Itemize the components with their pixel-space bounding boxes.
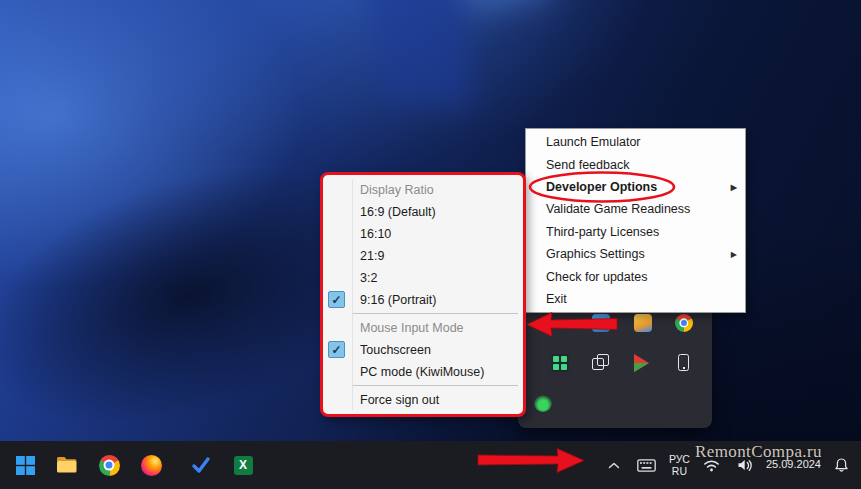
- touch-keyboard-button[interactable]: [633, 455, 660, 476]
- menu-item-21-9[interactable]: ✓ 21:9: [323, 245, 523, 267]
- file-explorer-button[interactable]: [50, 445, 84, 485]
- menu-item-label: Send feedback: [546, 158, 629, 172]
- copy-icon[interactable]: [592, 354, 610, 372]
- menu-item-3-2[interactable]: ✓ 3:2: [323, 267, 523, 289]
- app-icon-yellow[interactable]: [634, 314, 652, 332]
- menu-item-label: Launch Emulator: [546, 135, 641, 149]
- menu-header-label: Mouse Input Mode: [360, 321, 464, 335]
- checkbox-checked-icon: ✓: [328, 341, 345, 358]
- taskbar-app-icons: X: [8, 441, 260, 489]
- verified-check-button[interactable]: [184, 445, 218, 485]
- menu-item-pc-mode-kiwimouse[interactable]: ✓ PC mode (KiwiMouse): [323, 361, 523, 383]
- submenu-arrow-icon: ▶: [731, 250, 737, 259]
- menu-item-16-10[interactable]: ✓ 16:10: [323, 223, 523, 245]
- menu-item-label: 16:9 (Default): [360, 205, 436, 219]
- language-line2: RU: [672, 465, 687, 477]
- desktop: Launch Emulator Send feedback Developer …: [0, 0, 861, 489]
- chrome-icon: [99, 455, 120, 476]
- menu-item-label: Developer Options: [546, 180, 657, 194]
- chrome-icon[interactable]: [675, 314, 693, 332]
- menu-item-label: 21:9: [360, 249, 384, 263]
- menu-item-exit[interactable]: Exit: [526, 288, 745, 310]
- menu-item-send-feedback[interactable]: Send feedback: [526, 153, 745, 175]
- app-icon-blue[interactable]: [592, 314, 610, 332]
- developer-options-submenu: Display Ratio ✓ 16:9 (Default) ✓ 16:10 ✓…: [320, 172, 526, 417]
- menu-item-label: Check for updates: [546, 270, 647, 284]
- menu-item-label: Touchscreen: [360, 343, 431, 357]
- menu-item-third-party-licenses[interactable]: Third-party Licenses: [526, 221, 745, 243]
- menu-item-label: Graphics Settings: [546, 247, 645, 261]
- excel-button[interactable]: X: [226, 445, 260, 485]
- datetime[interactable]: 25.09.2024: [766, 458, 821, 471]
- blue-checkmark-icon: [191, 456, 211, 474]
- menu-header-display-ratio: Display Ratio: [323, 179, 523, 201]
- bell-icon: [834, 457, 849, 473]
- menu-header-label: Display Ratio: [360, 183, 434, 197]
- menu-separator: [353, 313, 518, 314]
- chevron-up-icon: [608, 462, 620, 469]
- menu-item-label: Third-party Licenses: [546, 225, 659, 239]
- volume-button[interactable]: [733, 455, 757, 476]
- chrome-button[interactable]: [92, 445, 126, 485]
- menu-item-label: 3:2: [360, 271, 377, 285]
- tray-context-menu: Launch Emulator Send feedback Developer …: [525, 128, 746, 313]
- taskbar-system-tray: РУС RU 25.09.2024: [604, 441, 853, 489]
- firefox-button[interactable]: [134, 445, 168, 485]
- tray-overflow-flyout: [518, 299, 712, 428]
- excel-icon: X: [234, 456, 253, 475]
- menu-item-label: Validate Game Readiness: [546, 202, 690, 216]
- speaker-icon: [737, 459, 753, 472]
- language-line1: РУС: [669, 453, 690, 465]
- menu-item-label: 9:16 (Portrait): [360, 293, 436, 307]
- firefox-icon: [141, 455, 162, 476]
- menu-separator: [353, 385, 518, 386]
- date-label: 25.09.2024: [766, 458, 821, 470]
- notification-bell-button[interactable]: [830, 453, 853, 477]
- menu-item-developer-options[interactable]: Developer Options ▶: [526, 176, 745, 198]
- language-indicator[interactable]: РУС RU: [669, 453, 690, 477]
- menu-item-validate-game-readiness[interactable]: Validate Game Readiness: [526, 198, 745, 220]
- menu-item-touchscreen[interactable]: ✓ Touchscreen: [323, 339, 523, 361]
- menu-item-check-for-updates[interactable]: Check for updates: [526, 265, 745, 287]
- menu-item-graphics-settings[interactable]: Graphics Settings ▶: [526, 243, 745, 265]
- start-button[interactable]: [8, 445, 42, 485]
- menu-item-launch-emulator[interactable]: Launch Emulator: [526, 131, 745, 153]
- tray-chevron-button[interactable]: [604, 458, 624, 473]
- submenu-arrow-icon: ▶: [731, 182, 737, 191]
- windows-logo-icon: [16, 456, 35, 475]
- menu-item-16-9-default[interactable]: ✓ 16:9 (Default): [323, 201, 523, 223]
- menu-item-9-16-portrait[interactable]: ✓ 9:16 (Portrait): [323, 289, 523, 311]
- network-signal-icon[interactable]: [534, 394, 552, 412]
- menu-item-label: PC mode (KiwiMouse): [360, 365, 484, 379]
- menu-item-label: 16:10: [360, 227, 391, 241]
- wifi-icon: [703, 459, 720, 472]
- grid-app-icon-green[interactable]: [551, 354, 569, 372]
- menu-header-mouse-input-mode: Mouse Input Mode: [323, 317, 523, 339]
- network-button[interactable]: [699, 455, 724, 476]
- folder-icon: [56, 456, 78, 474]
- checkbox-checked-icon: ✓: [328, 291, 345, 308]
- play-triangle-icon[interactable]: [634, 354, 652, 372]
- menu-item-label: Exit: [546, 292, 567, 306]
- phone-icon[interactable]: [675, 354, 693, 372]
- taskbar: X РУС RU: [0, 441, 861, 489]
- menu-item-force-sign-out[interactable]: ✓ Force sign out: [323, 389, 523, 411]
- menu-item-label: Force sign out: [360, 393, 439, 407]
- keyboard-icon: [637, 459, 656, 472]
